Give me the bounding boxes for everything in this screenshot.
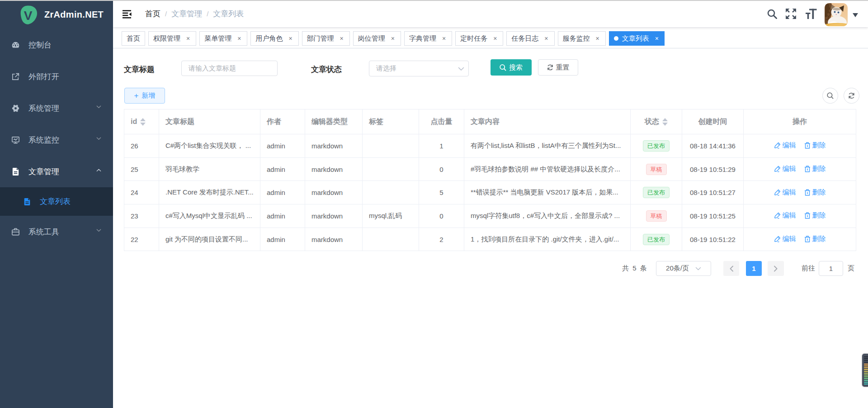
- svg-text:V: V: [24, 9, 33, 23]
